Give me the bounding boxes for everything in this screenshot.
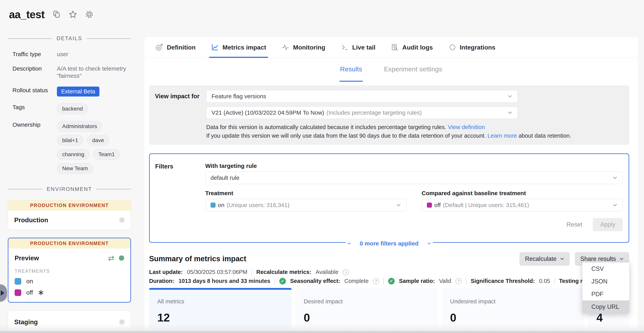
owner-chip[interactable]: New Team (57, 163, 93, 174)
learn-more-link[interactable]: Learn more (488, 132, 517, 139)
treatment-off-label: off (26, 289, 33, 296)
env-card-preview[interactable]: PRODUCTION ENVIRONMENT Preview ⇄ TREATME… (8, 238, 131, 302)
page-title: aa_test (9, 8, 45, 21)
version-info-line2: If you update this version we will only … (206, 132, 486, 139)
owner-chip[interactable]: channing (57, 149, 90, 160)
view-impact-label: View impact for (149, 90, 206, 119)
main-panel: Definition Metrics impact Monitoring (144, 37, 638, 333)
subtab-experiment-settings[interactable]: Experiment settings (384, 65, 442, 78)
sync-arrows-icon: ⇄ (108, 254, 114, 262)
targeting-rule-label: With targeting rule (205, 162, 623, 169)
metric-card-label: Desired impact (304, 298, 438, 305)
copy-icon[interactable] (52, 10, 61, 19)
version-info-line2-tail: about data retention. (518, 132, 571, 139)
status-dot-gray (119, 319, 124, 324)
chevron-down-icon (396, 202, 401, 208)
treatment-off-color-swatch (427, 202, 432, 208)
tab-label: Metrics impact (222, 44, 266, 51)
metric-card-label: Undesired impact (450, 298, 584, 305)
chevron-down-icon (560, 257, 564, 261)
status-dot-green (119, 256, 124, 261)
recalculate-label: Recalculate (525, 256, 556, 262)
env-name-production: Production (14, 216, 48, 224)
version-type-select[interactable]: Feature flag versions (206, 90, 518, 102)
tab-integrations[interactable]: Integrations (448, 37, 495, 58)
share-results-label: Share results (580, 256, 616, 262)
menu-item-csv[interactable]: CSV (582, 262, 629, 275)
tab-label: Monitoring (293, 44, 325, 51)
document-search-icon (390, 44, 398, 51)
view-impact-section: View impact for Feature flag versions V2… (149, 86, 629, 145)
tab-metrics-impact[interactable]: Metrics impact (211, 37, 266, 58)
sample-ratio-value: Valid (439, 278, 451, 284)
chevron-down-icon (427, 241, 431, 246)
tab-monitoring[interactable]: Monitoring (282, 37, 325, 58)
description-label: Description (12, 65, 57, 72)
subtab-results[interactable]: Results (340, 65, 362, 78)
terminal-icon (340, 44, 348, 51)
tab-live-tail[interactable]: Live tail (340, 37, 376, 58)
version-select[interactable]: V21 (Active) (10/03/2022 04:59PM To Now)… (206, 106, 518, 119)
question-icon[interactable]: ? (373, 278, 379, 284)
bottom-fade (0, 324, 644, 331)
favorite-star-icon[interactable] (68, 10, 78, 19)
details-heading: DETAILS (56, 36, 82, 42)
sidebar-collapse-handle[interactable] (0, 284, 7, 302)
pulse-icon (282, 44, 289, 51)
production-env-banner: PRODUCTION ENVIRONMENT (8, 200, 131, 210)
targeting-rule-select[interactable]: default rule (205, 172, 623, 184)
seasonality-value: Complete (344, 278, 368, 284)
chevron-down-icon (347, 241, 351, 246)
target-icon (155, 44, 163, 51)
menu-item-copy-url[interactable]: Copy URL (582, 300, 629, 313)
more-filters-label: 0 more filters applied (360, 240, 419, 247)
owner-chip[interactable]: Team1 (93, 149, 120, 160)
owner-chip[interactable]: Administrators (57, 121, 102, 132)
owner-chip[interactable]: bilal+1 (57, 135, 84, 146)
line-chart-icon (211, 44, 219, 51)
sidebar: DETAILS Traffic type user Description A/… (8, 36, 131, 333)
view-definition-link[interactable]: View definition (448, 124, 485, 130)
apply-button[interactable]: Apply (593, 218, 623, 231)
right-triangle-icon (1, 290, 4, 296)
settings-gear-icon[interactable] (85, 10, 94, 19)
production-env-banner: PRODUCTION ENVIRONMENT (8, 238, 130, 248)
chevron-down-icon (507, 110, 512, 115)
last-update-label: Last update: (149, 269, 183, 275)
tags-chips: backend (57, 104, 131, 114)
reset-button[interactable]: Reset (566, 221, 582, 228)
tab-definition[interactable]: Definition (155, 37, 196, 58)
menu-item-pdf[interactable]: PDF (582, 288, 629, 300)
tab-label: Audit logs (402, 44, 433, 51)
details-section-header: DETAILS (8, 36, 131, 42)
rollout-status-badge[interactable]: External Beta (57, 86, 100, 96)
environment-section-header: ENVIRONMENT (8, 186, 131, 192)
treatment-select[interactable]: on (Unique users: 316,341) (205, 199, 406, 211)
chevron-down-icon (507, 94, 512, 99)
treatment-on-row: on (14, 278, 130, 285)
divider-line (8, 38, 52, 39)
version-info-text: Data for this version is automatically c… (206, 123, 629, 140)
more-filters-toggle[interactable]: 0 more filters applied (346, 240, 433, 247)
targeting-rule-value: default rule (210, 174, 612, 181)
treatment-select-value: on (218, 202, 224, 208)
env-name-preview: Preview (14, 254, 39, 262)
owner-chip[interactable]: dave (87, 135, 109, 146)
divider-line (8, 189, 42, 189)
tag-chip[interactable]: backend (57, 104, 88, 114)
menu-item-json[interactable]: JSON (582, 275, 629, 288)
significance-label: Significance Threshold: (471, 278, 535, 284)
default-treatment-asterisk-icon (38, 290, 44, 296)
env-card-production[interactable]: PRODUCTION ENVIRONMENT Production (8, 200, 131, 230)
info-icon: i (343, 269, 349, 275)
baseline-select[interactable]: off (Default | Unique users: 315,461) (422, 199, 623, 211)
summary-stats-line1: Last update: 05/30/2025 03:57:06PM Recal… (149, 269, 629, 276)
tab-audit-logs[interactable]: Audit logs (390, 37, 433, 58)
question-icon[interactable]: ? (456, 278, 462, 284)
separator (554, 278, 555, 284)
recalculate-button[interactable]: Recalculate (520, 252, 570, 266)
filters-card: Filters With targeting rule default rule… (149, 154, 629, 243)
version-type-value: Feature flag versions (212, 93, 507, 100)
divider-line (86, 38, 131, 39)
tab-bar: Definition Metrics impact Monitoring (144, 37, 638, 58)
